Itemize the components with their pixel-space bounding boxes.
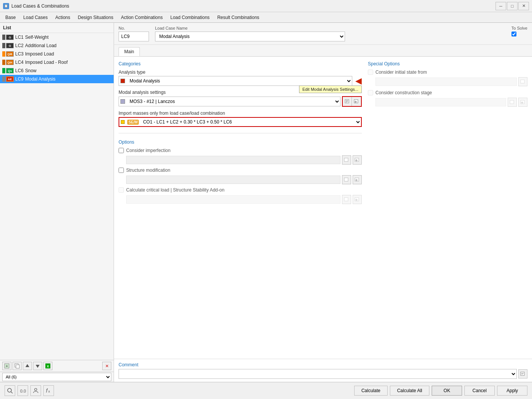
svg-rect-27 xyxy=(521,80,524,83)
consider-construction-checkbox[interactable] xyxy=(368,90,373,95)
numbers-btn[interactable]: 0.00 xyxy=(17,385,28,396)
consider-imperfection-checkbox[interactable] xyxy=(119,148,124,153)
lc-name: Snow xyxy=(25,68,36,73)
list-item[interactable]: G LC2 Additional Load xyxy=(0,41,114,50)
tab-main[interactable]: Main xyxy=(119,47,140,56)
calculate-critical-row: Calculate critical load | Structure Stab… xyxy=(119,187,362,193)
lc-swatch xyxy=(2,68,5,73)
list-item[interactable]: Qs LC6 Snow xyxy=(0,66,114,75)
modal-settings-select[interactable]: MOS3 - #12 | Lanczos xyxy=(127,97,340,106)
lc-swatch xyxy=(2,60,5,65)
formula-btn[interactable]: fx xyxy=(43,385,54,396)
move-up-button[interactable] xyxy=(23,362,32,370)
imperfection-sub xyxy=(126,155,362,165)
analysis-type-dropdown: Modal Analysis xyxy=(119,76,352,86)
svg-marker-4 xyxy=(25,364,29,367)
structure-mod-edit-btn[interactable] xyxy=(342,175,351,184)
construction-edit-btn[interactable] xyxy=(508,98,517,107)
ok-button[interactable]: OK xyxy=(432,386,462,396)
lc-swatch xyxy=(2,51,5,57)
menu-design-situations[interactable]: Design Situations xyxy=(74,13,117,22)
consider-construction-input[interactable] xyxy=(375,98,506,106)
comment-select[interactable] xyxy=(119,369,517,379)
svg-rect-29 xyxy=(521,100,524,104)
modal-settings-edit-btn[interactable] xyxy=(343,97,352,106)
menu-base[interactable]: Base xyxy=(2,13,19,22)
menu-actions[interactable]: Actions xyxy=(51,13,74,22)
comment-edit-btn[interactable] xyxy=(518,369,527,378)
svg-point-38 xyxy=(35,388,37,391)
construction-new-btn[interactable] xyxy=(518,98,527,107)
person-btn[interactable] xyxy=(30,385,41,396)
lc-id: LC4 xyxy=(15,60,24,65)
apply-button[interactable]: Apply xyxy=(497,386,527,396)
list-header: List xyxy=(0,23,114,33)
structure-mod-new-btn[interactable] xyxy=(353,175,362,184)
svg-text:+: + xyxy=(6,364,8,368)
cancel-button[interactable]: Cancel xyxy=(464,386,495,396)
left-panel: List G LC1 Self-Weight G LC2 Additional … xyxy=(0,23,114,382)
delete-button[interactable]: ✕ xyxy=(102,362,111,370)
calculate-critical-input[interactable] xyxy=(126,195,340,204)
imperfection-edit-btn[interactable] xyxy=(342,155,351,165)
content-area: List G LC1 Self-Weight G LC2 Additional … xyxy=(0,23,532,382)
list-item[interactable]: G LC1 Self-Weight xyxy=(0,33,114,41)
consider-initial-input[interactable] xyxy=(375,78,517,86)
comment-section: Comment xyxy=(114,359,532,382)
calculate-critical-sub xyxy=(126,195,362,204)
lc-id: LC9 xyxy=(15,76,24,82)
excel-button[interactable]: X xyxy=(43,362,52,370)
calculate-all-button[interactable]: Calculate All xyxy=(390,386,429,396)
form-left: Categories Analysis type Modal Analysis xyxy=(119,61,362,354)
svg-rect-33 xyxy=(521,373,524,374)
lc-id: LC1 xyxy=(15,35,24,40)
lc-name: Additional Load xyxy=(25,43,57,48)
structure-modification-checkbox[interactable] xyxy=(119,168,124,173)
minimize-button[interactable]: ─ xyxy=(496,2,506,10)
list-item[interactable]: QiH LC4 Imposed Load - Roof xyxy=(0,58,114,66)
search-btn[interactable] xyxy=(5,385,15,396)
calculate-critical-checkbox[interactable] xyxy=(119,187,124,193)
consider-initial-checkbox[interactable] xyxy=(368,70,373,75)
svg-rect-32 xyxy=(521,372,524,375)
analysis-type-select[interactable]: Modal Analysis xyxy=(127,76,352,86)
critical-edit-btn[interactable] xyxy=(342,195,351,204)
import-masses-label: Import masses only from load case/load c… xyxy=(119,111,362,116)
modal-settings-new-btn[interactable] xyxy=(352,97,361,106)
lc-id: LC6 xyxy=(15,68,24,73)
list-item[interactable]: QiB LC3 Imposed Load xyxy=(0,50,114,58)
list-filter-select[interactable]: All (6) xyxy=(2,373,111,381)
list-item-selected[interactable]: AE LC9 Modal Analysis xyxy=(0,75,114,83)
analysis-type-field: Analysis type Modal Analysis ◀ xyxy=(119,70,362,86)
menu-result-combinations[interactable]: Result Combinations xyxy=(214,13,263,22)
imperfection-new-btn[interactable] xyxy=(353,155,362,165)
modal-settings-btn-group xyxy=(342,96,362,107)
lc-type-icon: G xyxy=(6,35,14,40)
move-down-button[interactable] xyxy=(33,362,42,370)
maximize-button[interactable]: □ xyxy=(507,2,518,10)
menu-action-combinations[interactable]: Action Combinations xyxy=(117,13,166,22)
titlebar: 📋 Load Cases & Combinations ─ □ ✕ xyxy=(0,0,532,12)
critical-new-btn[interactable] xyxy=(353,195,362,204)
menubar: Base Load Cases Actions Design Situation… xyxy=(0,12,532,23)
add-button[interactable]: + xyxy=(2,362,11,370)
no-input[interactable] xyxy=(119,32,149,41)
to-solve-checkbox[interactable] xyxy=(511,32,516,36)
import-select[interactable]: CO1 - LC1 + LC2 + 0.30 * LC3 + 0.50 * LC… xyxy=(140,117,361,127)
svg-text:X: X xyxy=(47,364,49,368)
imperfection-input[interactable] xyxy=(126,156,340,164)
structure-modification-input[interactable] xyxy=(126,176,340,184)
import-tag: SE/M xyxy=(127,120,139,125)
calculate-button[interactable]: Calculate xyxy=(354,386,388,396)
initial-edit-btn[interactable] xyxy=(518,77,527,86)
close-button[interactable]: ✕ xyxy=(518,2,529,10)
svg-text:x: x xyxy=(48,390,50,393)
menu-load-combinations[interactable]: Load Combinations xyxy=(166,13,213,22)
options-label: Options xyxy=(119,139,362,145)
svg-point-35 xyxy=(8,388,11,392)
window-title: Load Cases & Combinations xyxy=(11,3,496,9)
name-select[interactable]: Modal Analysis xyxy=(155,32,345,41)
menu-load-cases[interactable]: Load Cases xyxy=(19,13,51,22)
bottom-left-tools: 0.00 fx xyxy=(5,385,54,396)
duplicate-button[interactable] xyxy=(13,362,22,370)
